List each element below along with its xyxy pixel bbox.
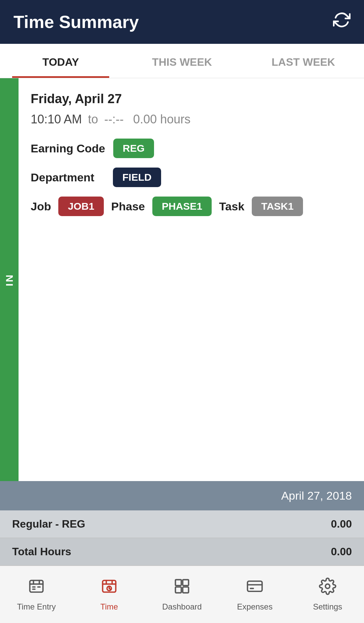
time-end: --:-- bbox=[104, 112, 124, 126]
job-badge[interactable]: JOB1 bbox=[58, 197, 103, 216]
nav-label-time: Time bbox=[100, 602, 118, 612]
summary-total-value: 0.00 bbox=[331, 545, 352, 558]
summary-date: April 27, 2018 bbox=[281, 489, 352, 502]
nav-item-dashboard[interactable]: Dashboard bbox=[146, 566, 218, 623]
summary-date-row: April 27, 2018 bbox=[0, 481, 364, 510]
svg-rect-17 bbox=[183, 587, 188, 593]
nav-label-settings: Settings bbox=[313, 602, 342, 612]
tab-today[interactable]: TODAY bbox=[0, 44, 121, 78]
svg-rect-14 bbox=[176, 580, 181, 586]
summary-reg-value: 0.00 bbox=[331, 518, 352, 530]
nav-item-time-entry[interactable]: Time Entry bbox=[0, 566, 73, 623]
nav-label-dashboard: Dashboard bbox=[162, 602, 202, 612]
main-content: IN Friday, April 27 10:10 AM to --:-- 0.… bbox=[0, 78, 364, 481]
summary-total-row: Total Hours 0.00 bbox=[0, 538, 364, 566]
summary-section: April 27, 2018 Regular - REG 0.00 Total … bbox=[0, 481, 364, 566]
svg-rect-0 bbox=[30, 581, 43, 592]
time-start: 10:10 AM bbox=[31, 112, 82, 126]
job-phase-task-row: Job JOB1 Phase PHASE1 Task TASK1 bbox=[31, 197, 352, 216]
tab-bar: TODAY THIS WEEK LAST WEEK bbox=[0, 44, 364, 78]
nav-label-time-entry: Time Entry bbox=[17, 602, 56, 612]
svg-rect-18 bbox=[247, 581, 262, 591]
svg-rect-16 bbox=[176, 587, 181, 593]
time-icon bbox=[100, 577, 118, 599]
summary-total-label: Total Hours bbox=[12, 545, 71, 558]
expenses-icon bbox=[246, 577, 264, 599]
status-label: IN bbox=[4, 273, 15, 286]
tab-this-week[interactable]: THIS WEEK bbox=[121, 44, 243, 78]
earning-code-row: Earning Code REG bbox=[31, 139, 352, 158]
entry-date: Friday, April 27 bbox=[31, 92, 352, 106]
tab-last-week[interactable]: LAST WEEK bbox=[243, 44, 364, 78]
phase-badge[interactable]: PHASE1 bbox=[152, 197, 212, 216]
svg-point-21 bbox=[326, 584, 330, 589]
earning-code-label: Earning Code bbox=[31, 142, 105, 155]
department-badge[interactable]: FIELD bbox=[113, 168, 161, 187]
nav-item-time[interactable]: Time bbox=[73, 566, 146, 623]
summary-rows: Regular - REG 0.00 Total Hours 0.00 bbox=[0, 510, 364, 566]
task-label: Task bbox=[219, 200, 244, 213]
nav-label-expenses: Expenses bbox=[237, 602, 272, 612]
page-title: Time Summary bbox=[13, 12, 139, 32]
svg-line-13 bbox=[109, 589, 110, 589]
summary-reg-row: Regular - REG 0.00 bbox=[0, 510, 364, 538]
task-badge[interactable]: TASK1 bbox=[252, 197, 303, 216]
nav-item-settings[interactable]: Settings bbox=[291, 566, 364, 623]
time-range: 10:10 AM to --:-- 0.00 hours bbox=[31, 112, 352, 126]
department-row: Department FIELD bbox=[31, 168, 352, 187]
content-area: Friday, April 27 10:10 AM to --:-- 0.00 … bbox=[19, 78, 364, 481]
svg-rect-15 bbox=[183, 580, 188, 586]
refresh-icon[interactable] bbox=[333, 11, 351, 33]
bottom-nav: Time Entry Time Dashboard bbox=[0, 566, 364, 623]
summary-reg-label: Regular - REG bbox=[12, 518, 85, 530]
department-label: Department bbox=[31, 171, 105, 184]
settings-icon bbox=[319, 577, 336, 599]
time-hours: 0.00 hours bbox=[133, 112, 190, 126]
job-label: Job bbox=[31, 200, 51, 213]
earning-code-badge[interactable]: REG bbox=[113, 139, 154, 158]
phase-label: Phase bbox=[111, 200, 145, 213]
nav-item-expenses[interactable]: Expenses bbox=[218, 566, 291, 623]
dashboard-icon bbox=[173, 577, 191, 599]
time-entry-icon bbox=[28, 577, 45, 599]
app-header: Time Summary bbox=[0, 0, 364, 44]
time-to-label: to bbox=[88, 112, 98, 126]
status-sidebar: IN bbox=[0, 78, 19, 481]
